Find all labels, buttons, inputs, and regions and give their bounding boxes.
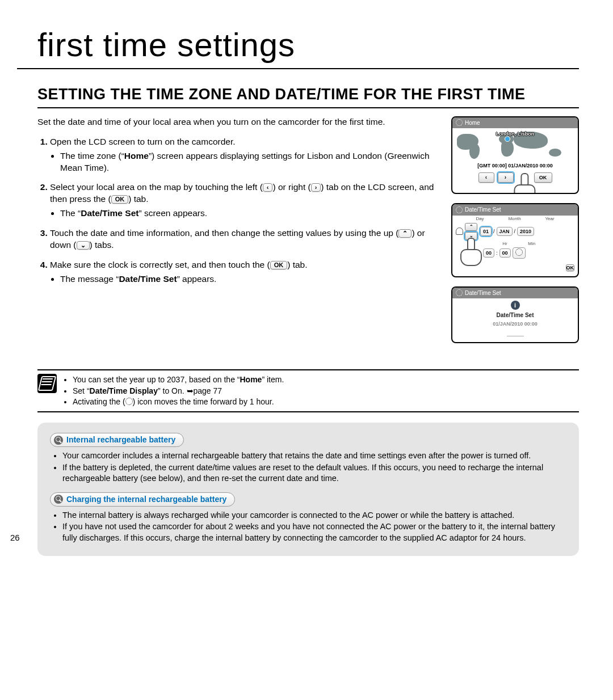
chip-charging-battery: Charging the internal rechargeable batte… — [50, 492, 235, 507]
chip-internal-battery: Internal rechargeable battery — [50, 433, 184, 447]
gmt-line: [GMT 00:00] 01/JAN/2010 00:00 — [452, 161, 578, 170]
note-icon — [37, 374, 57, 393]
step-1: Open the LCD screen to turn on the camco… — [50, 136, 440, 174]
instructions-column: Set the date and time of your local area… — [37, 116, 440, 352]
page-title: first time settings — [17, 23, 579, 69]
down-arrow-icon: ⌄ — [77, 241, 90, 250]
lcd-illustrations: Home London, Lisbon [GMT 00:00] 01/JAN/2… — [451, 116, 579, 352]
step-2: Select your local area on the map by tou… — [50, 182, 440, 220]
gear-icon — [456, 289, 463, 296]
ok-button-icon: OK — [270, 261, 288, 269]
up-arrow-icon: ⌃ — [398, 229, 412, 238]
world-map: London, Lisbon — [452, 128, 578, 161]
step-4: Make sure the clock is correctly set, an… — [50, 259, 440, 285]
note-2: Set “Date/Time Display” to On. ➥page 77 — [73, 386, 284, 397]
lcd-datetime-screen: Date/Time Set DayMonthYear ⌃ ⌄ 01/ JAN/ … — [451, 203, 579, 277]
step-3: Touch the date and time information, and… — [50, 227, 440, 251]
gear-icon — [456, 119, 463, 126]
confirm-datetime: 01/JAN/2010 00:00 — [452, 320, 578, 328]
ok-button-icon: OK — [111, 195, 129, 204]
grey-bullet-2: If the battery is depleted, the current … — [62, 462, 566, 484]
lcd-up-button[interactable]: ⌃ — [465, 223, 477, 231]
hour-field[interactable]: 00 — [483, 248, 494, 258]
grey-bullet-3: The internal battery is always recharged… — [62, 510, 566, 521]
right-arrow-icon: › — [311, 183, 321, 192]
gear-icon — [456, 206, 463, 213]
info-icon: i — [511, 301, 520, 310]
month-field[interactable]: JAN — [497, 227, 513, 236]
minute-field[interactable]: 00 — [499, 248, 511, 258]
home-icon — [456, 227, 463, 235]
dst-toggle[interactable] — [513, 247, 526, 258]
city-label: London, Lisbon — [496, 130, 534, 137]
step-1-note: The time zone (“Home”) screen appears di… — [60, 150, 440, 174]
lcd-home-screen: Home London, Lisbon [GMT 00:00] 01/JAN/2… — [451, 116, 579, 195]
finger-icon — [458, 238, 483, 266]
lcd-ok-button[interactable]: OK — [534, 172, 552, 183]
magnifier-icon — [54, 436, 63, 445]
grey-info-panel: Internal rechargeable battery Your camco… — [37, 423, 579, 555]
finger-icon — [511, 173, 536, 194]
lcd-ok-button[interactable]: OK — [566, 264, 575, 271]
page-number: 26 — [10, 532, 20, 543]
left-arrow-icon: ‹ — [263, 183, 273, 192]
step-2-note: The “Date/Time Set” screen appears. — [60, 208, 440, 220]
grey-bullet-4: If you have not used the camcorder for a… — [62, 521, 566, 543]
note-1: You can set the year up to 2037, based o… — [73, 374, 284, 385]
dst-icon — [125, 398, 133, 405]
intro-text: Set the date and time of your local area… — [37, 116, 440, 128]
grey-bullet-1: Your camcorder includes a internal recha… — [62, 450, 566, 462]
day-field[interactable]: 01 — [480, 227, 492, 236]
year-field[interactable]: 2010 — [517, 227, 534, 236]
lcd-left-button[interactable]: ‹ — [478, 172, 494, 183]
note-3: Activating the () icon moves the time fo… — [73, 397, 284, 407]
step-4-note: The message “Date/Time Set” appears. — [60, 273, 440, 285]
lcd-confirm-screen: Date/Time Set i Date/Time Set 01/JAN/201… — [451, 286, 579, 343]
magnifier-icon — [54, 495, 63, 504]
confirm-title: Date/Time Set — [452, 311, 578, 320]
section-heading: SETTING THE TIME ZONE AND DATE/TIME FOR … — [37, 84, 579, 108]
note-block: You can set the year up to 2037, based o… — [37, 369, 579, 413]
